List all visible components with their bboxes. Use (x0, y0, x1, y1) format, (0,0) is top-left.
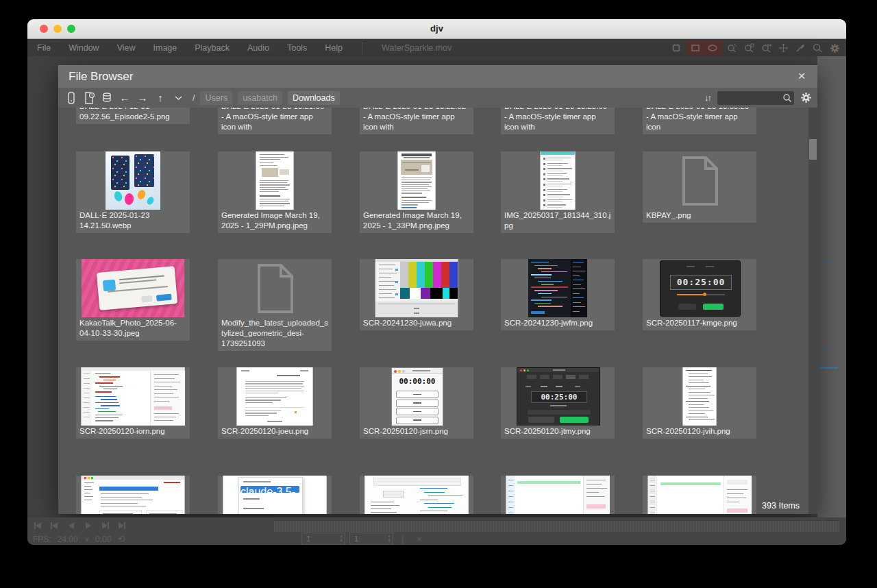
file-tile[interactable]: claude-3.5-sonnet (218, 476, 332, 514)
path-segment-users[interactable]: Users (200, 91, 232, 105)
close-icon[interactable]: × (793, 65, 811, 88)
file-tile[interactable]: SCR-20250120-joeu.png (218, 367, 332, 439)
file-tile[interactable]: SCR-20250120-iorn.png (76, 367, 190, 439)
file-tile[interactable]: KBPAY_.png (643, 151, 756, 223)
back-icon[interactable]: ← (119, 90, 131, 106)
file-tile[interactable]: DALL·E 2025-01-23 13.33.20 - A macOS-sty… (643, 108, 756, 134)
file-tile[interactable]: DALL·E 2025-01-23 13.21.06 - A macOS-sty… (218, 108, 332, 134)
document-tab[interactable]: WaterSparkle.mov (382, 43, 452, 53)
file-tile[interactable]: KakaoTalk_Photo_2025-06-04-10-33-30.jpeg (76, 259, 190, 341)
app-window: djv FileWindowViewImagePlaybackAudioTool… (27, 19, 846, 545)
file-thumbnail: 00:25:00 (643, 259, 756, 317)
prev-frame-icon[interactable] (49, 520, 61, 530)
timeline-scrubber[interactable] (274, 520, 839, 532)
path-segment-usabatch[interactable]: usabatch (238, 91, 282, 105)
file-tile[interactable] (76, 476, 190, 514)
file-thumbnail (76, 259, 190, 317)
menu-item-playback[interactable]: Playback (195, 43, 230, 53)
file-label: DALL·E 2025-01-23 13.28.09 - A macOS-sty… (501, 108, 615, 134)
frame-spinbox[interactable]: 1▲▼ (301, 532, 345, 545)
file-tile[interactable]: SCR-20250120-jvih.png (643, 367, 756, 439)
zoom-in-icon[interactable] (724, 41, 739, 55)
frame-lock-icon[interactable]: ( (402, 534, 404, 544)
file-label: DALL·E 2025-01-23 14.21.50.webp (76, 210, 190, 233)
gear-icon[interactable] (800, 90, 812, 106)
titlebar[interactable]: djv (27, 19, 846, 39)
search-input[interactable] (720, 92, 782, 105)
up-icon[interactable]: ↑ (154, 90, 166, 106)
file-grid: 393 Items DALL·E 2024-12-31 09.22.56_Epi… (58, 108, 817, 514)
settings-icon[interactable] (827, 41, 842, 55)
file-thumbnail: 00:00:00 (360, 367, 473, 426)
forward-icon[interactable]: → (136, 90, 149, 106)
file-tile[interactable]: DALL·E 2025-01-23 14.21.50.webp (76, 151, 190, 233)
scrollbar-track[interactable] (808, 108, 817, 514)
fps-value[interactable]: 24.00 (58, 535, 78, 544)
menu-item-window[interactable]: Window (69, 43, 99, 53)
playback-buttons (33, 520, 127, 530)
file-tile[interactable] (360, 476, 473, 514)
zoom-out-icon[interactable] (741, 41, 756, 55)
file-tile[interactable]: DALL·E 2024-12-31 09.22.56_Episode2-5.pn… (76, 108, 190, 124)
file-thumbnail (76, 151, 190, 210)
zoom-reset-icon[interactable] (758, 41, 774, 55)
file-label: DALL·E 2024-12-31 09.22.56_Episode2-5.pn… (76, 108, 190, 124)
file-thumbnail (643, 151, 756, 210)
file-label: DALL·E 2025-01-23 13.33.20 - A macOS-sty… (643, 108, 756, 134)
fps-dropdown-icon[interactable]: ∨ (84, 535, 89, 543)
file-tile[interactable]: SCR-20241230-juwa.png (360, 259, 473, 330)
menu-item-view[interactable]: View (117, 43, 136, 53)
fps-label: FPS: (33, 535, 51, 544)
file-tile[interactable]: Generated Image March 19, 2025 - 1_33PM.… (360, 151, 473, 233)
file-tile[interactable]: DALL·E 2025-01-23 13.28.09 - A macOS-sty… (501, 108, 615, 134)
file-tile[interactable]: 00:00:00SCR-20250120-jsrn.png (360, 367, 473, 439)
path-segment-downloads[interactable]: Downloads (288, 91, 340, 105)
menu-divider (362, 42, 362, 54)
file-tile[interactable] (643, 476, 756, 514)
menu-item-tools[interactable]: Tools (287, 43, 307, 53)
file-thumbnail (360, 476, 473, 514)
menu-item-image[interactable]: Image (153, 43, 177, 53)
file-tile[interactable]: 00:25:00SCR-20250120-jtmy.png (501, 367, 615, 439)
pan-icon[interactable] (776, 41, 791, 55)
recent-paths-icon[interactable] (83, 90, 95, 106)
dialog-toolbar: ←→↑/UsersusabatchDownloads ↓↑ (58, 88, 817, 108)
viewport-background: File Browser × ←→↑/UsersusabatchDownload… (27, 56, 846, 545)
scrollbar-thumb[interactable] (809, 139, 817, 160)
sort-icon[interactable]: ↓↑ (704, 93, 712, 103)
items-count: 393 Items (762, 501, 800, 511)
file-tile[interactable]: DALL·E 2025-01-23 13.22.52 - A macOS-sty… (360, 108, 473, 134)
reverse-play-icon[interactable] (66, 520, 77, 530)
menu-item-audio[interactable]: Audio (247, 43, 269, 53)
file-thumbnail (218, 367, 332, 426)
memory-icon[interactable] (669, 41, 684, 55)
magnify-icon[interactable] (810, 41, 825, 55)
file-thumbnail (218, 259, 332, 317)
file-tile[interactable]: Modify_the_latest_uploaded_stylized_geom… (218, 259, 332, 351)
in-point-spinbox[interactable]: 1▲▼ (349, 532, 393, 545)
menu-item-file[interactable]: File (37, 43, 51, 53)
file-tile[interactable] (501, 476, 615, 514)
menu-item-help[interactable]: Help (325, 43, 343, 53)
skip-end-icon[interactable] (115, 520, 127, 530)
play-icon[interactable] (82, 520, 94, 530)
fps-controls: FPS: 24.00 ∨ 0.00 ⟲ (33, 534, 125, 544)
file-label: SCR-20250117-kmge.png (643, 317, 756, 330)
file-tile[interactable]: SCR-20241230-jwfm.png (501, 259, 615, 330)
path-root[interactable]: / (193, 93, 195, 103)
file-tile[interactable]: Generated Image March 19, 2025 - 1_29PM.… (218, 151, 332, 233)
chevron-down-icon[interactable] (172, 90, 184, 106)
drives-icon[interactable] (65, 90, 77, 106)
file-thumbnail (360, 259, 473, 317)
clear-icon[interactable]: × (417, 534, 422, 544)
shortcuts-icon[interactable] (101, 90, 113, 106)
loop-icon[interactable]: ⟲ (117, 534, 125, 544)
rect-select-icon[interactable] (688, 41, 703, 55)
skip-start-icon[interactable] (33, 520, 45, 530)
file-label: DALL·E 2025-01-23 13.22.52 - A macOS-sty… (360, 108, 473, 134)
ellipse-select-icon[interactable] (705, 41, 720, 55)
file-tile[interactable]: 00:25:00SCR-20250117-kmge.png (643, 259, 756, 330)
next-frame-icon[interactable] (99, 520, 110, 530)
color-picker-icon[interactable] (793, 41, 808, 55)
file-tile[interactable]: IMG_20250317_181344_310.jpg (501, 151, 615, 233)
